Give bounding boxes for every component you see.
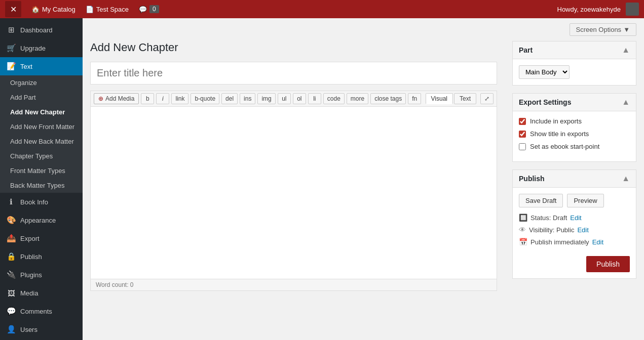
sidebar-item-text[interactable]: 📝 Text <box>0 57 83 75</box>
visibility-row: 👁 Visibility: Public Edit <box>519 226 630 234</box>
fn-button[interactable]: fn <box>408 93 421 104</box>
visibility-label: Visibility: Public <box>529 226 574 234</box>
include-in-exports-row: Include in exports <box>519 117 630 125</box>
users-icon: 👤 <box>6 324 16 334</box>
save-draft-button[interactable]: Save Draft <box>519 194 563 207</box>
home-icon: 🏠 <box>31 6 40 13</box>
text-icon: 📝 <box>6 61 16 71</box>
status-icon: 🔲 <box>519 214 527 222</box>
layout: ⊞ Dashboard 🛒 Upgrade 📝 Text Organize Ad… <box>0 18 644 340</box>
admin-bar-right: Howdy, zoewakehyde <box>557 3 639 16</box>
li-button[interactable]: li <box>308 93 321 104</box>
test-space-link[interactable]: 📄 Test Space <box>86 6 129 13</box>
comment-icon: 💬 <box>139 6 147 13</box>
publish-time-row: 📅 Publish immediately Edit <box>519 238 630 246</box>
comments-link[interactable]: 💬 0 <box>139 5 159 13</box>
sidebar-item-add-new-front-matter[interactable]: Add New Front Matter <box>0 119 83 134</box>
export-settings-header[interactable]: Export Settings ▲ <box>513 94 636 111</box>
publish-btn-wrap: Publish <box>519 250 630 272</box>
sidebar-item-users[interactable]: 👤 Users <box>0 320 83 338</box>
add-media-icon: ⊕ <box>98 95 103 102</box>
link-button[interactable]: link <box>171 93 188 104</box>
status-edit-link[interactable]: Edit <box>570 214 581 222</box>
publish-actions: Save Draft Preview <box>519 194 630 207</box>
right-sidebar: Part ▲ Main Body Export Settings ▲ <box>505 41 636 286</box>
publish-time-label: Publish immediately <box>531 238 589 246</box>
text-tab[interactable]: Text <box>454 93 476 104</box>
italic-button[interactable]: i <box>156 93 169 104</box>
publish-meta-box: Publish ▲ Save Draft Preview 🔲 Status: <box>512 169 636 279</box>
sidebar-item-book-info[interactable]: ℹ Book Info <box>0 193 83 211</box>
part-meta-box-body: Main Body <box>513 59 636 85</box>
ebook-start-point-row: Set as ebook start-point <box>519 143 630 150</box>
close-tags-button[interactable]: close tags <box>370 93 406 104</box>
del-button[interactable]: del <box>221 93 238 104</box>
bquote-button[interactable]: b-quote <box>191 93 219 104</box>
plugins-icon: 🔌 <box>6 270 16 280</box>
export-settings-meta-box: Export Settings ▲ Include in exports Sho… <box>512 93 636 162</box>
publish-time-edit-link[interactable]: Edit <box>592 238 603 246</box>
sidebar-item-add-part[interactable]: Add Part <box>0 90 83 105</box>
ol-button[interactable]: ol <box>293 93 306 104</box>
title-input[interactable] <box>90 62 497 84</box>
show-title-in-exports-checkbox[interactable] <box>519 131 526 138</box>
sidebar-item-dashboard[interactable]: ⊞ Dashboard <box>0 21 83 39</box>
calendar-icon: 📅 <box>519 238 527 246</box>
publish-button[interactable]: Publish <box>586 256 630 272</box>
ebook-start-point-checkbox[interactable] <box>519 143 526 150</box>
page-icon: 📄 <box>86 6 94 13</box>
preview-button[interactable]: Preview <box>567 194 603 207</box>
sidebar-item-add-new-chapter[interactable]: Add New Chapter <box>0 105 83 119</box>
sidebar-item-front-matter-types[interactable]: Front Matter Types <box>0 163 83 178</box>
editor-wrap: ⊕ Add Media b i link b-quote del ins img… <box>90 91 497 291</box>
visual-tab[interactable]: Visual <box>426 93 453 104</box>
admin-bar: ✕ 🏠 My Catalog 📄 Test Space 💬 0 Howdy, z… <box>0 0 644 18</box>
export-settings-collapse-icon: ▲ <box>622 98 630 107</box>
screen-options-button[interactable]: Screen Options ▼ <box>570 23 636 36</box>
code-button[interactable]: code <box>323 93 345 104</box>
part-meta-box-header[interactable]: Part ▲ <box>513 41 636 59</box>
publish-meta-box-body: Save Draft Preview 🔲 Status: Draft Edit <box>513 188 636 278</box>
sidebar-item-publish[interactable]: 🔒 Publish <box>0 247 83 266</box>
visual-text-tabs: Visual Text <box>426 93 476 104</box>
sidebar-item-back-matter-types[interactable]: Back Matter Types <box>0 178 83 193</box>
status-row: 🔲 Status: Draft Edit <box>519 214 630 222</box>
visibility-edit-link[interactable]: Edit <box>577 226 588 234</box>
add-media-button[interactable]: ⊕ Add Media <box>94 93 139 104</box>
my-catalog-link[interactable]: 🏠 My Catalog <box>31 6 75 13</box>
sidebar: ⊞ Dashboard 🛒 Upgrade 📝 Text Organize Ad… <box>0 18 83 340</box>
more-button[interactable]: more <box>347 93 368 104</box>
chevron-down-icon: ▼ <box>623 26 630 33</box>
include-in-exports-checkbox[interactable] <box>519 118 526 125</box>
img-button[interactable]: img <box>257 93 275 104</box>
sidebar-item-add-new-back-matter[interactable]: Add New Back Matter <box>0 134 83 149</box>
editor-body[interactable] <box>91 107 497 279</box>
bold-button[interactable]: b <box>141 93 154 104</box>
part-collapse-icon: ▲ <box>622 46 630 55</box>
publish-icon: 🔒 <box>6 251 16 262</box>
sidebar-item-upgrade[interactable]: 🛒 Upgrade <box>0 39 83 57</box>
sidebar-sub-menu: Organize Add Part Add New Chapter Add Ne… <box>0 75 83 193</box>
export-icon: 📤 <box>6 233 16 243</box>
ul-button[interactable]: ul <box>278 93 291 104</box>
part-dropdown[interactable]: Main Body <box>519 65 570 79</box>
sidebar-item-chapter-types[interactable]: Chapter Types <box>0 149 83 163</box>
part-meta-box: Part ▲ Main Body <box>512 41 636 86</box>
sidebar-item-export[interactable]: 📤 Export <box>0 229 83 247</box>
main-content: Add New Chapter ⊕ Add Media b i link b-q… <box>90 41 497 291</box>
screen-options-bar: Screen Options ▼ <box>90 23 636 36</box>
show-title-in-exports-row: Show title in exports <box>519 130 630 138</box>
sidebar-item-plugins[interactable]: 🔌 Plugins <box>0 266 83 284</box>
upgrade-icon: 🛒 <box>6 43 16 53</box>
sidebar-item-media[interactable]: 🖼 Media <box>0 284 83 302</box>
fullscreen-button[interactable]: ⤢ <box>480 93 494 104</box>
ins-button[interactable]: ins <box>240 93 255 104</box>
dashboard-icon: ⊞ <box>6 25 16 35</box>
word-count-bar: Word count: 0 <box>91 279 497 290</box>
sidebar-item-comments[interactable]: 💬 Comments <box>0 302 83 320</box>
publish-meta-box-header[interactable]: Publish ▲ <box>513 170 636 188</box>
admin-logo[interactable]: ✕ <box>5 1 21 17</box>
editor-toolbar: ⊕ Add Media b i link b-quote del ins img… <box>91 91 497 107</box>
sidebar-item-organize[interactable]: Organize <box>0 75 83 90</box>
sidebar-item-appearance[interactable]: 🎨 Appearance <box>0 211 83 229</box>
